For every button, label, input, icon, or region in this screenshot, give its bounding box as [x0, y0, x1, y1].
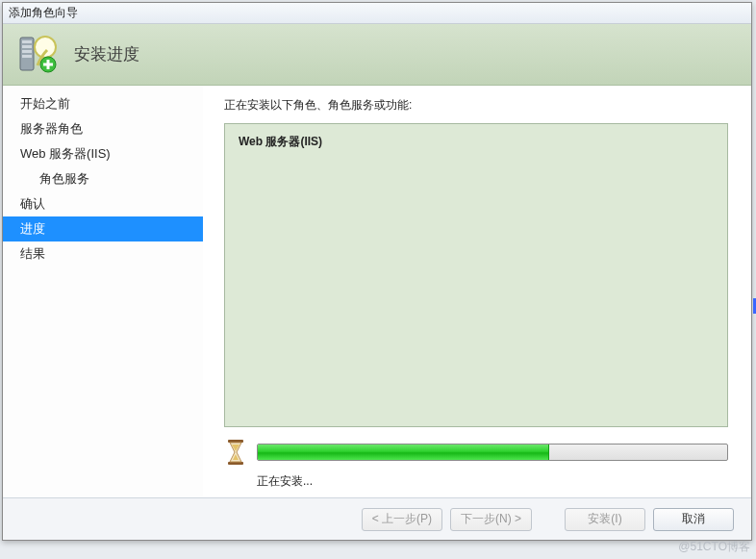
watermark: @51CTO博客 [678, 539, 750, 555]
description-text: 正在安装以下角色、角色服务或功能: [224, 97, 728, 114]
cancel-button[interactable]: 取消 [653, 508, 734, 531]
sidebar-item-label: Web 服务器(IIS) [20, 146, 111, 161]
svg-rect-4 [22, 55, 32, 58]
page-title: 安装进度 [74, 43, 139, 65]
svg-rect-3 [22, 50, 32, 53]
svg-point-5 [35, 37, 56, 58]
panel-heading: Web 服务器(IIS) [239, 134, 714, 150]
server-add-icon [16, 34, 59, 76]
main-pane: 正在安装以下角色、角色服务或功能: Web 服务器(IIS) [203, 86, 751, 497]
sidebar-item-0[interactable]: 开始之前 [3, 91, 203, 116]
prev-button[interactable]: < 上一步(P) [362, 508, 442, 531]
sidebar-item-label: 结果 [20, 246, 45, 261]
sidebar-item-2[interactable]: Web 服务器(IIS) [3, 141, 203, 166]
progress-row [224, 439, 728, 466]
window-title: 添加角色向导 [9, 5, 78, 21]
sidebar-item-1[interactable]: 服务器角色 [3, 116, 203, 141]
wizard-window: 添加角色向导 安装进度 开始之前服务器角色Web 服务器(IIS)角色服务确认进… [2, 2, 752, 541]
titlebar[interactable]: 添加角色向导 [3, 3, 751, 24]
sidebar-item-5[interactable]: 进度 [3, 216, 203, 241]
install-button[interactable]: 安装(I) [565, 508, 645, 531]
svg-rect-1 [22, 40, 32, 43]
svg-rect-8 [43, 63, 53, 65]
sidebar-item-6[interactable]: 结果 [3, 241, 203, 267]
sidebar-item-3[interactable]: 角色服务 [3, 166, 203, 191]
wizard-body: 开始之前服务器角色Web 服务器(IIS)角色服务确认进度结果 正在安装以下角色… [3, 86, 751, 497]
status-text: 正在安装... [257, 473, 728, 490]
hourglass-icon [224, 439, 247, 466]
sidebar-item-label: 进度 [20, 221, 45, 236]
progress-bar [257, 444, 728, 461]
sidebar-item-4[interactable]: 确认 [3, 191, 203, 216]
sidebar-item-label: 开始之前 [20, 96, 70, 111]
sidebar: 开始之前服务器角色Web 服务器(IIS)角色服务确认进度结果 [3, 86, 203, 497]
wizard-footer: < 上一步(P) 下一步(N) > 安装(I) 取消 [3, 497, 751, 540]
wizard-header: 安装进度 [3, 24, 751, 86]
progress-fill [258, 445, 549, 460]
sidebar-item-label: 确认 [20, 196, 45, 211]
svg-rect-2 [22, 45, 32, 48]
next-button[interactable]: 下一步(N) > [450, 508, 532, 531]
install-panel: Web 服务器(IIS) [224, 123, 728, 427]
sidebar-item-label: 角色服务 [39, 171, 89, 186]
sidebar-item-label: 服务器角色 [20, 121, 83, 136]
